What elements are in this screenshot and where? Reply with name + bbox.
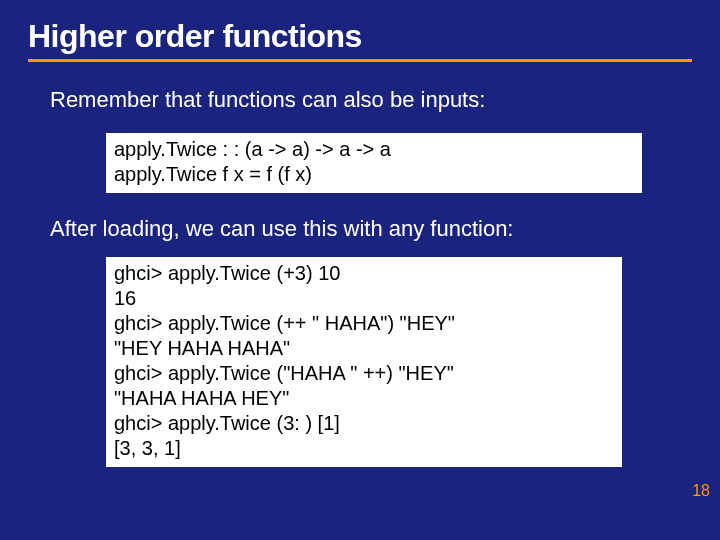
code-block-2: ghci> apply.Twice (+3) 10 16 ghci> apply… [106, 257, 622, 467]
mid-text: After loading, we can use this with any … [50, 215, 662, 244]
slide-title: Higher order functions [28, 18, 692, 55]
code-block-1: apply.Twice : : (a -> a) -> a -> a apply… [106, 133, 642, 193]
slide: Higher order functions Remember that fun… [0, 0, 720, 540]
title-underline [28, 59, 692, 62]
intro-text: Remember that functions can also be inpu… [50, 86, 662, 115]
page-number: 18 [692, 482, 710, 500]
